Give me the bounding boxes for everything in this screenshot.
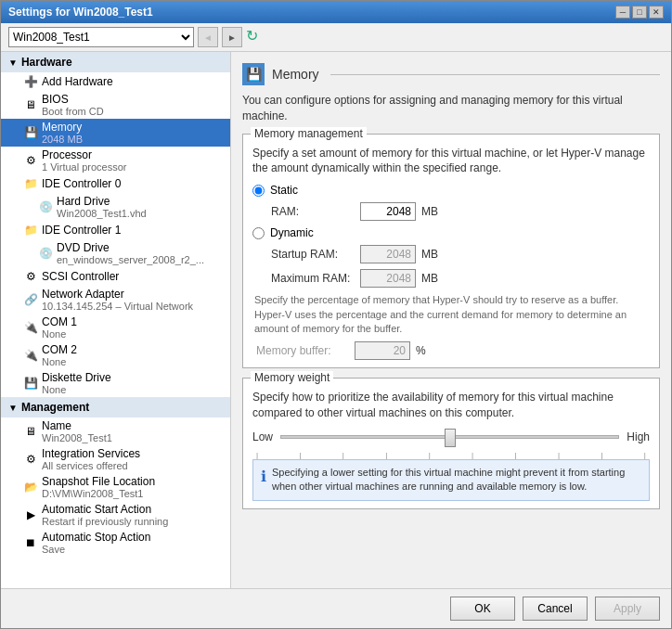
ram-field-row: RAM: MB	[252, 202, 650, 221]
startup-ram-input	[360, 245, 416, 263]
high-label: High	[627, 430, 650, 443]
processor-row[interactable]: ⚙ Processor 1 Virtual processor	[1, 147, 230, 174]
snapshot-icon: 📂	[23, 480, 38, 494]
buffer-label: Memory buffer:	[256, 344, 349, 357]
snapshot-sub: D:\VM\Win2008_Test1	[42, 488, 155, 499]
max-ram-label: Maximum RAM:	[271, 272, 355, 285]
memory-row[interactable]: 💾 Memory 2048 MB	[1, 119, 230, 147]
com1-content: COM 1 None	[42, 315, 77, 340]
weight-desc: Specify how to prioritize the availabili…	[252, 390, 650, 421]
max-ram-input	[360, 269, 416, 288]
snapshot-row[interactable]: 📂 Snapshot File Location D:\VM\Win2008_T…	[1, 473, 230, 501]
integration-row[interactable]: ⚙ Integration Services All services offe…	[1, 445, 230, 473]
autostop-content: Automatic Stop Action Save	[42, 531, 150, 555]
window-controls: ─ □ ✕	[615, 6, 664, 19]
ide1-item: 📁 IDE Controller 1	[1, 221, 230, 239]
ide0-row[interactable]: 📁 IDE Controller 0	[1, 174, 230, 193]
minimize-button[interactable]: ─	[615, 6, 630, 19]
ide0-item: 📁 IDE Controller 0	[1, 174, 230, 193]
add-hardware-item: ➕ Add Hardware	[1, 72, 230, 91]
autostart-label: Automatic Start Action	[42, 503, 168, 516]
name-content: Name Win2008_Test1	[42, 419, 112, 443]
dvd-drive-item: 💿 DVD Drive en_windows_server_2008_r2_..…	[1, 239, 230, 267]
panel-description: You can configure options for assigning …	[242, 93, 660, 124]
forward-button[interactable]: ►	[222, 27, 242, 47]
com1-icon: 🔌	[23, 320, 38, 335]
network-row[interactable]: 🔗 Network Adapter 10.134.145.254 – Virtu…	[1, 286, 230, 314]
maximize-button[interactable]: □	[632, 6, 647, 19]
static-radio[interactable]	[252, 185, 265, 197]
memory-weight-group: Memory weight Specify how to prioritize …	[242, 378, 660, 508]
buffer-unit: %	[416, 344, 426, 357]
diskette-content: Diskette Drive None	[42, 371, 111, 395]
snapshot-content: Snapshot File Location D:\VM\Win2008_Tes…	[42, 475, 155, 499]
network-content: Network Adapter 10.134.145.254 – Virtual…	[42, 288, 193, 312]
autostart-icon: ▶	[23, 507, 38, 522]
footer: OK Cancel Apply	[1, 588, 671, 628]
add-hardware-row[interactable]: ➕ Add Hardware	[1, 72, 230, 91]
autostart-item: ▶ Automatic Start Action Restart if prev…	[1, 501, 230, 529]
apply-button[interactable]: Apply	[595, 597, 660, 621]
add-hardware-content: Add Hardware	[42, 75, 113, 88]
bios-label: BIOS	[42, 93, 104, 106]
vm-selector[interactable]: Win2008_Test1	[8, 27, 194, 47]
processor-label: Processor	[42, 148, 127, 161]
network-label: Network Adapter	[42, 288, 193, 301]
close-button[interactable]: ✕	[649, 6, 664, 19]
toolbar: Win2008_Test1 ◄ ► ↻	[1, 23, 671, 52]
panel-header: 💾 Memory	[242, 63, 660, 85]
dvd-drive-label: DVD Drive	[57, 241, 204, 254]
cancel-button[interactable]: Cancel	[523, 597, 588, 621]
com2-icon: 🔌	[23, 348, 38, 363]
ide0-icon: 📁	[23, 176, 38, 191]
max-ram-field-row: Maximum RAM: MB	[252, 269, 650, 288]
management-chevron: ▼	[8, 403, 18, 413]
name-row[interactable]: 🖥 Name Win2008_Test1	[1, 417, 230, 445]
autostart-row[interactable]: ▶ Automatic Start Action Restart if prev…	[1, 501, 230, 529]
integration-item: ⚙ Integration Services All services offe…	[1, 445, 230, 473]
com1-label: COM 1	[42, 315, 77, 328]
com1-row[interactable]: 🔌 COM 1 None	[1, 314, 230, 341]
autostop-label: Automatic Stop Action	[42, 531, 150, 544]
ok-button[interactable]: OK	[450, 597, 515, 621]
processor-sub: 1 Virtual processor	[42, 161, 127, 173]
slider-thumb[interactable]	[445, 429, 456, 447]
com2-item: 🔌 COM 2 None	[1, 341, 230, 369]
ide1-row[interactable]: 📁 IDE Controller 1	[1, 221, 230, 239]
autostop-row[interactable]: ⏹ Automatic Stop Action Save	[1, 529, 230, 557]
ide0-label: IDE Controller 0	[42, 177, 121, 190]
bios-item: 🖥 BIOS Boot from CD	[1, 91, 230, 119]
diskette-row[interactable]: 💾 Diskette Drive None	[1, 369, 230, 397]
content-area: ▼ Hardware ➕ Add Hardware 🖥 BIOS Boot fr…	[1, 52, 671, 588]
integration-label: Integration Services	[42, 447, 140, 460]
snapshot-label: Snapshot File Location	[42, 475, 155, 488]
network-icon: 🔗	[23, 292, 38, 307]
integration-sub: All services offered	[42, 460, 140, 471]
hardware-section-header[interactable]: ▼ Hardware	[1, 52, 230, 72]
ram-input[interactable]	[360, 202, 416, 221]
startup-ram-field-row: Startup RAM: MB	[252, 245, 650, 263]
com2-row[interactable]: 🔌 COM 2 None	[1, 341, 230, 369]
static-label[interactable]: Static	[270, 184, 298, 197]
dvd-drive-row[interactable]: 💿 DVD Drive en_windows_server_2008_r2_..…	[1, 239, 230, 267]
max-ram-unit: MB	[421, 272, 438, 285]
hard-drive-row[interactable]: 💿 Hard Drive Win2008_Test1.vhd	[1, 193, 230, 221]
scsi-row[interactable]: ⚙ SCSI Controller	[1, 267, 230, 286]
back-button[interactable]: ◄	[198, 27, 218, 47]
diskette-sub: None	[42, 384, 111, 395]
dynamic-radio[interactable]	[252, 227, 265, 239]
buffer-desc: Specify the percentage of memory that Hy…	[252, 293, 650, 336]
refresh-button[interactable]: ↻	[246, 27, 266, 47]
autostop-sub: Save	[42, 544, 150, 555]
memory-weight-slider[interactable]	[280, 435, 619, 439]
bios-icon: 🖥	[23, 97, 38, 112]
autostart-sub: Restart if previously running	[42, 516, 168, 527]
management-section-header[interactable]: ▼ Management	[1, 397, 230, 417]
dvd-drive-content: DVD Drive en_windows_server_2008_r2_...	[57, 241, 204, 265]
bios-row[interactable]: 🖥 BIOS Boot from CD	[1, 91, 230, 119]
diskette-item: 💾 Diskette Drive None	[1, 369, 230, 397]
add-hardware-icon: ➕	[23, 74, 38, 89]
ide1-label: IDE Controller 1	[42, 224, 121, 237]
dynamic-label[interactable]: Dynamic	[270, 226, 314, 239]
hard-drive-item: 💿 Hard Drive Win2008_Test1.vhd	[1, 193, 230, 221]
